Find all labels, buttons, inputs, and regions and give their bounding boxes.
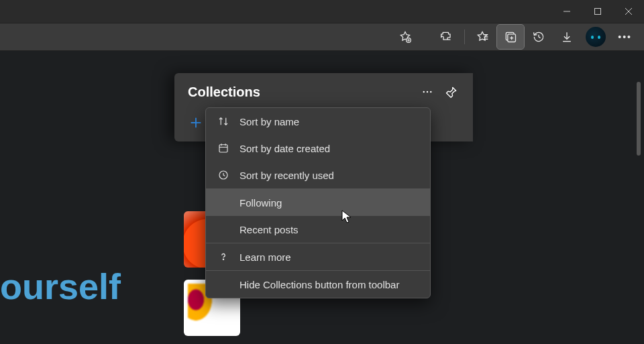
svg-point-17 bbox=[427, 91, 428, 93]
page-scrollbar[interactable] bbox=[621, 51, 644, 344]
menu-item-label: Hide Collections button from toolbar bbox=[239, 279, 399, 290]
collections-context-menu: Sort by name Sort by date created Sort b… bbox=[205, 107, 431, 298]
add-favorite-button[interactable] bbox=[392, 25, 419, 49]
collections-more-button[interactable] bbox=[415, 80, 439, 104]
menu-sort-name[interactable]: Sort by name bbox=[206, 108, 430, 135]
svg-point-16 bbox=[423, 91, 425, 93]
menu-sort-recent[interactable]: Sort by recently used bbox=[206, 162, 430, 188]
window-minimize-button[interactable] bbox=[551, 0, 582, 23]
menu-item-label: Learn more bbox=[239, 251, 291, 263]
menu-following[interactable]: Following bbox=[206, 189, 430, 216]
downloads-button[interactable] bbox=[553, 25, 580, 49]
svg-rect-21 bbox=[219, 145, 227, 152]
menu-item-label: Following bbox=[239, 197, 282, 209]
window-close-button[interactable] bbox=[613, 0, 644, 23]
window-titlebar bbox=[0, 0, 644, 23]
new-collection-button[interactable] bbox=[184, 111, 208, 135]
menu-item-label: Recent posts bbox=[239, 224, 299, 235]
menu-item-label: Sort by date created bbox=[239, 143, 330, 154]
menu-item-label: Sort by recently used bbox=[239, 170, 334, 181]
svg-point-18 bbox=[430, 91, 431, 93]
clock-icon bbox=[217, 168, 230, 182]
menu-item-label: Sort by name bbox=[239, 116, 299, 127]
menu-sort-date[interactable]: Sort by date created bbox=[206, 135, 430, 162]
collections-title: Collections bbox=[188, 84, 415, 100]
favorites-button[interactable] bbox=[469, 25, 496, 49]
profile-avatar[interactable] bbox=[586, 27, 606, 47]
window-maximize-button[interactable] bbox=[582, 0, 613, 23]
browser-toolbar: ••• bbox=[0, 23, 644, 51]
svg-rect-1 bbox=[595, 9, 601, 15]
sort-az-icon bbox=[217, 115, 230, 128]
svg-point-26 bbox=[223, 259, 223, 260]
history-button[interactable] bbox=[525, 25, 552, 49]
help-icon bbox=[217, 250, 230, 264]
menu-learn-more[interactable]: Learn more bbox=[206, 243, 430, 270]
settings-more-button[interactable]: ••• bbox=[611, 32, 639, 42]
calendar-icon bbox=[217, 141, 230, 155]
extensions-button[interactable] bbox=[433, 25, 460, 49]
page-scrollbar-thumb[interactable] bbox=[637, 82, 641, 156]
toolbar-separator bbox=[464, 30, 465, 44]
menu-recent-posts[interactable]: Recent posts bbox=[206, 216, 430, 243]
menu-hide-button[interactable]: Hide Collections button from toolbar bbox=[206, 271, 430, 298]
page-headline: ourself bbox=[0, 266, 121, 307]
pin-button[interactable] bbox=[439, 80, 464, 104]
collections-button[interactable] bbox=[497, 25, 524, 49]
